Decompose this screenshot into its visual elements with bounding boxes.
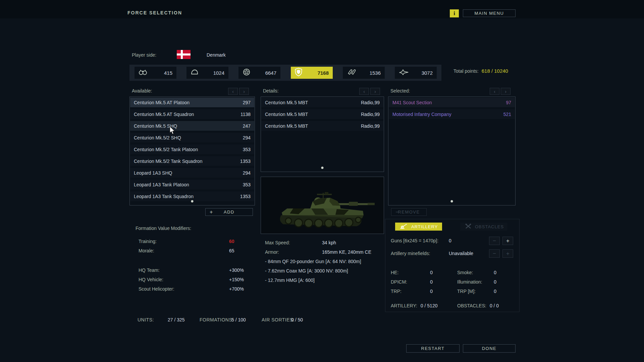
morale-label: Morale: — [139, 248, 154, 253]
selected-page-prev-button[interactable]: ‹ — [490, 88, 499, 95]
unit-cost: 294 — [243, 170, 251, 176]
top-bar — [0, 0, 644, 18]
plus-icon: + — [210, 209, 213, 215]
force-selection-screen: FORCE SELECTION i MAIN MENU Player side:… — [0, 0, 644, 362]
remove-label: REMOVE — [398, 209, 420, 215]
modifiers-title: Formation Value Modifiers: — [136, 226, 191, 231]
guns-decrement-button[interactable]: − — [489, 237, 500, 245]
details-row-0[interactable]: Centurion Mk.5 MBTRadio,99 — [261, 98, 383, 107]
weapon-line: - 7.62mm Coax MG [A: 3000 NV: 800m] — [265, 268, 348, 274]
unit-cost: 294 — [243, 135, 251, 140]
artillery-total-value: 0 / 5120 — [421, 303, 438, 308]
category-artillery-button[interactable]: 1536 — [343, 67, 385, 79]
unit-name: M41 Scout Section — [392, 100, 432, 105]
details-page-prev-button[interactable]: ‹ — [359, 88, 369, 95]
available-row-5[interactable]: Centurion Mk.5/2 Tank Squadron1353 — [130, 156, 254, 166]
minefields-decrement-button[interactable]: − — [489, 249, 500, 258]
category-vehicles-button[interactable]: 6647 — [238, 67, 280, 79]
tank-image — [261, 177, 384, 235]
hq-team-value: +300% — [229, 267, 244, 273]
remove-button[interactable]: − REMOVE — [391, 208, 427, 216]
formations-label: FORMATIONS: — [200, 317, 234, 322]
wheel-icon — [243, 68, 251, 77]
dpicm-label: DPICM: — [391, 279, 407, 285]
category-tanks-points: 7168 — [318, 70, 329, 76]
air-sorties-value: 0 / 50 — [291, 317, 303, 322]
available-row-2[interactable]: Centurion Mk.5 SHQ247 — [130, 121, 254, 131]
selected-row-0[interactable]: M41 Scout Section 97 — [389, 98, 515, 107]
unit-name: Centurion Mk.5/2 Tank Squadron — [134, 159, 202, 164]
crossed-tools-icon — [465, 224, 472, 230]
unit-cost: 1353 — [240, 159, 251, 164]
artillery-total-label: ARTILLERY: — [391, 303, 417, 308]
trp-value: 0 — [418, 289, 433, 294]
available-row-3[interactable]: Centurion Mk.5/2 SHQ294 — [130, 133, 254, 142]
unit-cost: 247 — [243, 123, 251, 129]
unit-name: Leopard 1A3 SHQ — [134, 170, 172, 176]
selected-title: Selected: — [390, 88, 410, 94]
main-menu-button[interactable]: MAIN MENU — [463, 9, 516, 17]
unit-name: Leopard 1A3 Tank Squadron — [134, 194, 194, 199]
available-list-panel: Centurion Mk.5 AT Platoon297 Centurion M… — [129, 97, 255, 205]
illumination-value: 0 — [482, 279, 496, 285]
training-value: 60 — [229, 239, 234, 244]
details-list-panel: Centurion Mk.5 MBTRadio,99 Centurion Mk.… — [261, 97, 384, 172]
armor-value: 165mm KE, 240mm CE — [322, 249, 371, 255]
minefields-increment-button[interactable]: + — [502, 249, 513, 258]
available-row-1[interactable]: Centurion Mk.5 AT Squadron1138 — [130, 109, 254, 119]
tab-obstacles-label: OBSTACLES — [475, 224, 504, 229]
page-title: FORCE SELECTION — [127, 10, 182, 15]
guns-increment-button[interactable]: + — [502, 237, 513, 245]
obstacles-total-value: 0 / 0 — [490, 303, 499, 308]
player-side-label: Player side: — [132, 52, 156, 58]
category-infantry-points: 1024 — [213, 70, 224, 76]
unit-name: Leopard 1A3 Tank Platoon — [134, 182, 189, 187]
add-label: ADD — [224, 209, 234, 215]
details-row-2[interactable]: Centurion Mk.5 MBTRadio,99 — [261, 121, 383, 131]
unit-cost: 521 — [503, 112, 511, 117]
shield-icon — [295, 68, 302, 78]
selected-row-1[interactable]: Motorised Infantry Company 521 — [389, 109, 515, 119]
total-points: Total points: 618 / 10240 — [453, 68, 508, 74]
smoke-value: 0 — [482, 270, 496, 275]
available-row-0[interactable]: Centurion Mk.5 AT Platoon297 — [130, 98, 254, 107]
weapon-line: - 84mm QF 20-pounder Gun [A: 64 NV: 800m… — [265, 259, 361, 264]
guns-value: 0 — [449, 238, 451, 243]
available-row-8[interactable]: Leopard 1A3 Tank Squadron1353 — [130, 191, 254, 201]
category-vehicles-points: 6647 — [265, 70, 276, 76]
minefields-label: Artillery minefields: — [391, 251, 430, 256]
max-speed-value: 34 kph — [322, 240, 336, 245]
trp-label: TRP: — [391, 289, 401, 294]
restart-button[interactable]: RESTART — [406, 344, 460, 353]
tab-artillery[interactable]: ARTILLERY — [395, 223, 442, 231]
unit-name: Centurion Mk.5 AT Platoon — [134, 100, 190, 105]
denmark-flag — [177, 50, 191, 59]
shells-icon — [347, 68, 357, 77]
info-button[interactable]: i — [450, 9, 459, 17]
category-recon-button[interactable]: 415 — [135, 67, 176, 79]
training-label: Training: — [139, 239, 157, 244]
add-button[interactable]: + ADD — [205, 208, 253, 216]
available-page-next-button[interactable]: › — [239, 88, 249, 95]
available-row-4[interactable]: Centurion Mk.5/2 Tank Platoon353 — [130, 144, 254, 154]
trp-m-value: 0 — [482, 289, 496, 294]
unit-cost: 97 — [506, 100, 511, 105]
selected-page-next-button[interactable]: › — [501, 88, 511, 95]
unit-cost: 1353 — [240, 194, 251, 199]
details-page-next-button[interactable]: › — [370, 88, 380, 95]
category-tanks-button[interactable]: 7168 — [291, 67, 333, 79]
available-row-7[interactable]: Leopard 1A3 Tank Platoon353 — [130, 180, 254, 189]
category-air-button[interactable]: 3072 — [395, 67, 437, 79]
details-row-1[interactable]: Centurion Mk.5 MBTRadio,99 — [261, 109, 383, 119]
tab-obstacles[interactable]: OBSTACLES — [460, 223, 507, 231]
unit-name: Centurion Mk.5 MBT — [265, 100, 308, 105]
available-page-prev-button[interactable]: ‹ — [228, 88, 238, 95]
done-label: DONE — [482, 346, 497, 351]
available-row-6[interactable]: Leopard 1A3 SHQ294 — [130, 168, 254, 178]
minefields-value: Unavailable — [449, 251, 473, 256]
unit-cost: 353 — [243, 147, 251, 152]
category-infantry-button[interactable]: 1024 — [186, 67, 228, 79]
artillery-total: ARTILLERY: 0 / 5120 — [391, 303, 437, 308]
done-button[interactable]: DONE — [463, 344, 516, 353]
max-speed-label: Max Speed: — [265, 240, 290, 245]
